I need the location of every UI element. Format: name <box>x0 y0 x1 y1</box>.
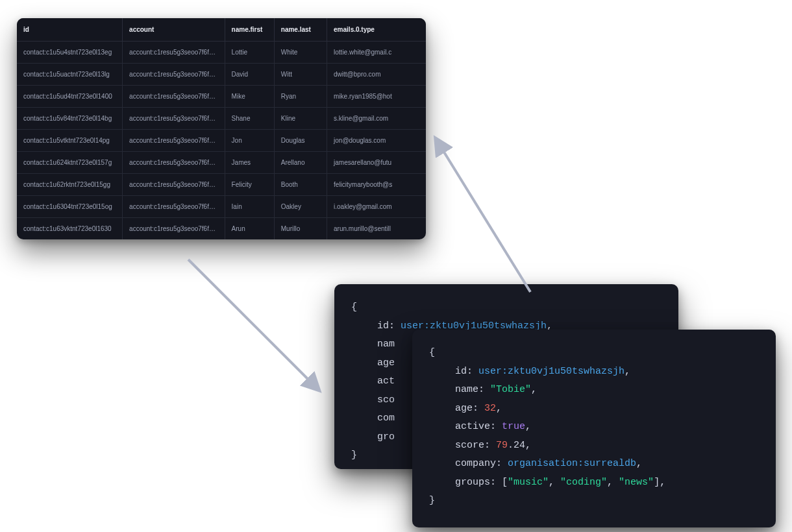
table-row: contact:c1u5vtktnt723e0l14pgaccount:c1re… <box>17 130 426 152</box>
table-cell: Douglas <box>274 130 327 152</box>
col-header-first: name.first <box>225 18 274 42</box>
table-cell: White <box>274 42 327 64</box>
table-cell: account:c1resu5g3seoo7f6f7pg <box>123 64 225 86</box>
arrow-down-icon <box>175 247 344 409</box>
table-cell: account:c1resu5g3seoo7f6f7pg <box>123 108 225 130</box>
table-cell: jamesarellano@futu <box>327 152 426 174</box>
table-cell: contact:c1u5u4stnt723e0l13eg <box>17 42 123 64</box>
table-cell: account:c1resu5g3seoo7f6f7pg <box>123 130 225 152</box>
col-header-last: name.last <box>274 18 327 42</box>
table-cell: arun.murillo@sentill <box>327 218 426 240</box>
table-cell: contact:c1u6304tnt723e0l15og <box>17 196 123 218</box>
table-cell: Mike <box>225 86 274 108</box>
col-header-id: id <box>17 18 123 42</box>
table-cell: account:c1resu5g3seoo7f6f7pg <box>123 174 225 196</box>
table-cell: Arun <box>225 218 274 240</box>
table-cell: jon@douglas.com <box>327 130 426 152</box>
table-cell: Kline <box>274 108 327 130</box>
table-cell: contact:c1u62rktnt723e0l15gg <box>17 174 123 196</box>
table-cell: James <box>225 152 274 174</box>
table-cell: dwitt@bpro.com <box>327 64 426 86</box>
table-cell: contact:c1u5ud4tnt723e0l1400 <box>17 86 123 108</box>
table-cell: contact:c1u624ktnt723e0l157g <box>17 152 123 174</box>
table-row: contact:c1u6304tnt723e0l15ogaccount:c1re… <box>17 196 426 218</box>
table-header-row: id account name.first name.last emails.0… <box>17 18 426 42</box>
table-cell: David <box>225 64 274 86</box>
table-cell: contact:c1u5v84tnt723e0l14bg <box>17 108 123 130</box>
svg-line-0 <box>188 260 318 389</box>
contacts-table: id account name.first name.last emails.0… <box>17 18 426 239</box>
table-cell: Murillo <box>274 218 327 240</box>
contacts-table-panel: id account name.first name.last emails.0… <box>17 18 426 239</box>
table-cell: account:c1resu5g3seoo7f6f7pg <box>123 196 225 218</box>
table-cell: Ryan <box>274 86 327 108</box>
table-cell: Lottie <box>225 42 274 64</box>
table-cell: Shane <box>225 108 274 130</box>
table-row: contact:c1u63vktnt723e0l1630account:c1re… <box>17 218 426 240</box>
table-cell: Witt <box>274 64 327 86</box>
code-panel-front: { id: user:zktu0vj1u50tswhazsjh, name: "… <box>412 330 776 527</box>
table-cell: mike.ryan1985@hot <box>327 86 426 108</box>
table-cell: i.oakley@gmail.com <box>327 196 426 218</box>
table-cell: s.kline@gmail.com <box>327 108 426 130</box>
table-cell: lottie.white@gmail.c <box>327 42 426 64</box>
table-row: contact:c1u62rktnt723e0l15ggaccount:c1re… <box>17 174 426 196</box>
table-cell: account:c1resu5g3seoo7f6f7pg <box>123 218 225 240</box>
svg-line-1 <box>436 139 530 292</box>
table-row: contact:c1u624ktnt723e0l157gaccount:c1re… <box>17 152 426 174</box>
table-cell: account:c1resu5g3seoo7f6f7pg <box>123 86 225 108</box>
code-key: id <box>377 320 389 332</box>
col-header-email: emails.0.type <box>327 18 426 42</box>
arrow-up-icon <box>420 123 550 305</box>
table-row: contact:c1u5u4stnt723e0l13egaccount:c1re… <box>17 42 426 64</box>
table-cell: contact:c1u5vtktnt723e0l14pg <box>17 130 123 152</box>
table-cell: account:c1resu5g3seoo7f6f7pg <box>123 42 225 64</box>
table-cell: Booth <box>274 174 327 196</box>
table-row: contact:c1u5v84tnt723e0l14bgaccount:c1re… <box>17 108 426 130</box>
table-cell: Iain <box>225 196 274 218</box>
table-cell: account:c1resu5g3seoo7f6f7pg <box>123 152 225 174</box>
table-row: contact:c1u5uactnt723e0l13lgaccount:c1re… <box>17 64 426 86</box>
table-cell: Felicity <box>225 174 274 196</box>
table-cell: Arellano <box>274 152 327 174</box>
table-row: contact:c1u5ud4tnt723e0l1400account:c1re… <box>17 86 426 108</box>
table-cell: Oakley <box>274 196 327 218</box>
table-cell: felicitymarybooth@s <box>327 174 426 196</box>
table-cell: contact:c1u63vktnt723e0l1630 <box>17 218 123 240</box>
table-cell: contact:c1u5uactnt723e0l13lg <box>17 64 123 86</box>
col-header-account: account <box>123 18 225 42</box>
table-cell: Jon <box>225 130 274 152</box>
